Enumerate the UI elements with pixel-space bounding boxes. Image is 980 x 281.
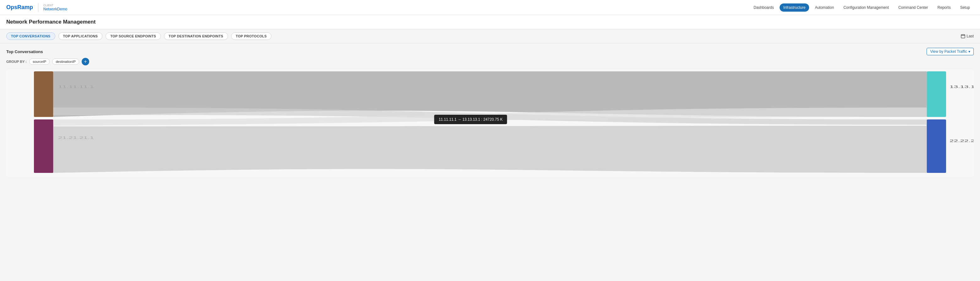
client-name: NetworkDemo — [43, 7, 67, 11]
last-label: Last — [966, 34, 974, 38]
tab-top-protocols[interactable]: TOP PROTOCOLS — [231, 32, 272, 40]
page-title-bar: Network Performance Management — [0, 15, 980, 29]
group-by-row: GROUP BY : sourceIP destinationIP + — [6, 58, 974, 65]
view-dropdown[interactable]: View by Packet Traffic ▾ — [927, 48, 974, 55]
tab-top-applications[interactable]: TOP APPLICATIONS — [59, 32, 103, 40]
nav-reports[interactable]: Reports — [934, 3, 955, 12]
group-tag-destination-ip[interactable]: destinationIP — [52, 59, 79, 65]
last-button[interactable]: Last — [961, 34, 974, 38]
client-label: Client — [43, 4, 67, 7]
logo-area: OpsRamp Client NetworkDemo — [6, 3, 67, 12]
svg-text:22.22.22.1: 22.22.22.1 — [950, 139, 974, 143]
nav-infrastructure[interactable]: Infrastructure — [780, 3, 810, 12]
svg-rect-5 — [34, 71, 53, 117]
svg-rect-11 — [927, 120, 946, 173]
logo-divider — [38, 3, 38, 12]
svg-text:13.13.13.1: 13.13.13.1 — [950, 85, 974, 89]
view-dropdown-label: View by Packet Traffic — [930, 49, 967, 54]
nav-configuration-management[interactable]: Configuration Management — [840, 3, 892, 12]
section-header: Top Conversations View by Packet Traffic… — [6, 48, 974, 55]
nav-dashboards[interactable]: Dashboards — [750, 3, 778, 12]
nav-items: Dashboards Infrastructure Automation Con… — [750, 3, 974, 12]
client-info: Client NetworkDemo — [43, 4, 67, 11]
calendar-icon — [961, 34, 965, 38]
svg-rect-0 — [961, 35, 965, 38]
group-tag-source-ip[interactable]: sourceIP — [29, 59, 49, 65]
section-title: Top Conversations — [6, 49, 43, 54]
tab-top-conversations[interactable]: TOP CONVERSATIONS — [6, 32, 55, 40]
tab-bar: TOP CONVERSATIONS TOP APPLICATIONS TOP S… — [0, 29, 980, 43]
opsramp-logo: OpsRamp — [6, 4, 33, 11]
tab-top-source-endpoints[interactable]: TOP SOURCE ENDPOINTS — [105, 32, 161, 40]
svg-rect-7 — [34, 120, 53, 173]
content-area: Top Conversations View by Packet Traffic… — [0, 43, 980, 274]
svg-rect-9 — [927, 71, 946, 117]
header: OpsRamp Client NetworkDemo Dashboards In… — [0, 0, 980, 15]
add-group-button[interactable]: + — [82, 58, 89, 65]
nav-command-center[interactable]: Command Center — [894, 3, 932, 12]
nav-automation[interactable]: Automation — [811, 3, 838, 12]
page-title: Network Performance Management — [6, 19, 974, 25]
tab-top-destination-endpoints[interactable]: TOP DESTINATION ENDPOINTS — [164, 32, 228, 40]
sankey-svg: 11.11.11.1 21.21.21.1 13.13.13.1 22.22.2… — [6, 70, 974, 177]
sankey-chart: 11.11.11.1 21.21.21.1 13.13.13.1 22.22.2… — [6, 70, 974, 177]
group-by-label: GROUP BY : — [6, 60, 27, 64]
chevron-down-icon: ▾ — [968, 49, 970, 54]
nav-setup[interactable]: Setup — [956, 3, 974, 12]
